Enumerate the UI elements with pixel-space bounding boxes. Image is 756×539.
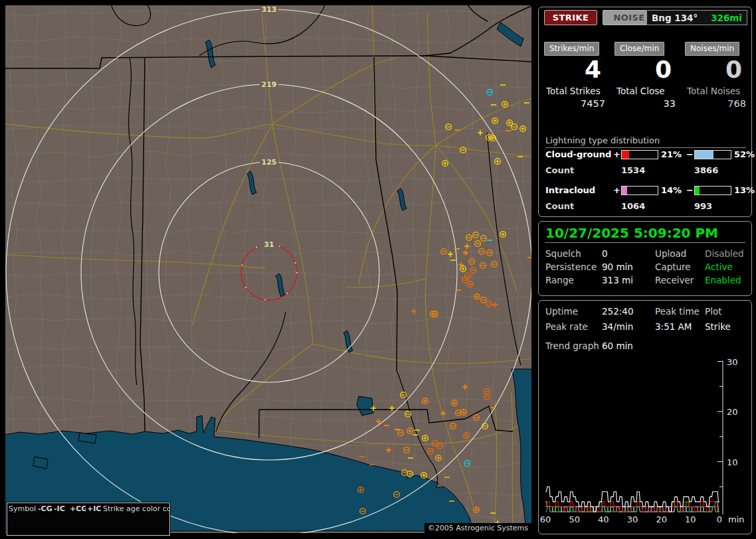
minus-icon	[54, 514, 68, 539]
x-tick-label: 10	[685, 514, 696, 524]
status-label: Receiver	[655, 275, 694, 285]
total-value: 768	[727, 98, 746, 109]
total-label: Total Noises	[687, 86, 740, 96]
positive-pct: 14%	[661, 185, 682, 195]
legend-row-label: Recent	[7, 514, 37, 539]
lightning-map[interactable]: 31125219313 Symbols-CG-IC+CG+ICStrike ag…	[5, 5, 531, 533]
plus-icon	[87, 514, 102, 539]
age-code: 15+	[102, 514, 124, 539]
minus-sign: −	[686, 185, 694, 195]
legend-header: +IC	[86, 504, 102, 514]
status-state: Active	[705, 262, 733, 272]
range-ring-label: 31	[264, 240, 274, 249]
rate-chip[interactable]: Close/min	[614, 42, 664, 56]
legend-header: +CG	[68, 504, 86, 514]
trend-series--ic	[545, 506, 719, 512]
distribution-row: Cloud-ground+21%−52%	[545, 149, 746, 160]
x-tick-label: 60	[540, 514, 551, 524]
circle-plus-icon	[70, 514, 86, 539]
range-ring-label: 219	[262, 80, 277, 89]
total-label: Total Strikes	[546, 86, 601, 96]
x-tick-label: 0	[717, 514, 722, 524]
positive-bar	[621, 186, 658, 195]
bearing-value: Bng 134°	[652, 13, 698, 23]
count-row: Count1064993	[545, 201, 746, 211]
age-code: 45+	[147, 514, 169, 539]
status-value: 0	[602, 248, 608, 259]
legend-header: -IC	[52, 504, 68, 514]
stats-panel: STRIKE NOISE Bng 134° 326mi Strikes/min4…	[538, 7, 752, 217]
map-legend: Symbols-CG-IC+CG+ICStrike age color code…	[7, 502, 170, 536]
y-tick-label: 20	[727, 407, 738, 417]
datetime-display: 10/27/2025 5:09:20 PM	[545, 225, 718, 241]
legend-table: Symbols-CG-IC+CG+ICStrike age color code…	[7, 504, 169, 539]
divider	[545, 242, 745, 243]
negative-bar	[694, 150, 731, 159]
x-tick-label: 50	[569, 514, 580, 524]
status-label: Range	[545, 275, 574, 285]
trend-panel: Uptime 252:40 Peak time Plot Peak rate 3…	[538, 300, 752, 534]
age-code: 30+	[124, 514, 147, 539]
count-row: Count15343866	[545, 165, 746, 175]
mode-toolbar: STRIKE NOISE Bng 134° 326mi	[544, 10, 747, 26]
status-label: Capture	[655, 262, 691, 272]
minus-sign: −	[686, 149, 694, 159]
rate-chip[interactable]: Noises/min	[685, 42, 739, 56]
range-ring-label: 125	[262, 158, 277, 167]
negative-bar	[694, 186, 731, 195]
bearing-range-value: 326mi	[711, 13, 742, 23]
counter-close-min: Close/min0Total Close33	[614, 41, 678, 114]
plus-sign: +	[613, 185, 620, 195]
lightning-distribution: Lightning type distribution Cloud-ground…	[545, 135, 746, 148]
rate-value: 0	[725, 56, 742, 83]
total-value: 33	[664, 98, 676, 109]
total-value: 7457	[581, 98, 605, 109]
rate-value: 0	[655, 56, 672, 83]
positive-pct: 21%	[661, 149, 682, 159]
status-state: Disabled	[705, 248, 744, 259]
status-row: Range313 miReceiverEnabled	[545, 275, 747, 287]
counter-noises-min: Noises/min0Total Noises768	[685, 41, 749, 114]
x-tick-label: 40	[598, 514, 609, 524]
x-tick-label: 30	[627, 514, 638, 524]
distribution-row: Intracloud+14%−13%	[545, 185, 746, 196]
y-tick-label: 30	[727, 357, 738, 367]
rate-chip[interactable]: Strikes/min	[544, 42, 599, 56]
copyright-label: ©2005 Astrogenic Systems	[425, 523, 531, 534]
divider	[545, 147, 746, 148]
strike-mode-button[interactable]: STRIKE	[544, 10, 597, 25]
type-name: Intracloud	[545, 185, 595, 195]
negative-pct: 52%	[734, 149, 755, 159]
status-row: Persistence90 minCaptureActive	[545, 262, 747, 274]
trend-chart: 1020306050403020100min	[539, 301, 753, 535]
positive-bar	[621, 150, 658, 159]
x-axis-unit: min	[728, 514, 745, 524]
legend-header: Symbols	[7, 504, 37, 514]
positive-count: 1064	[621, 201, 645, 211]
counter-strikes-min: Strikes/min4Total Strikes7457	[544, 41, 608, 114]
negative-pct: 13%	[734, 185, 755, 195]
count-label: Count	[545, 165, 574, 175]
y-tick-label: 10	[727, 457, 738, 467]
status-panel: 10/27/2025 5:09:20 PM Squelch0UploadDisa…	[538, 221, 752, 296]
status-value: 313 mi	[602, 275, 633, 285]
type-name: Cloud-ground	[545, 149, 611, 159]
distribution-title: Lightning type distribution	[545, 135, 746, 145]
status-value: 90 min	[602, 262, 633, 272]
total-label: Total Close	[616, 86, 665, 96]
status-label: Persistence	[545, 262, 597, 272]
negative-count: 993	[694, 201, 712, 211]
circle-minus-icon	[38, 514, 52, 539]
bearing-display: Bng 134° 326mi	[646, 10, 747, 25]
positive-count: 1534	[621, 165, 645, 175]
status-row: Squelch0UploadDisabled	[545, 248, 747, 261]
plus-sign: +	[613, 149, 620, 159]
status-state: Enabled	[705, 275, 741, 285]
status-label: Upload	[655, 248, 686, 259]
status-label: Squelch	[545, 248, 581, 259]
negative-count: 3866	[694, 165, 718, 175]
legend-age-title: Strike age color codes	[102, 504, 169, 514]
rate-value: 4	[585, 56, 601, 83]
map-canvas[interactable]: 31125219313	[5, 5, 531, 533]
legend-header: -CG	[37, 504, 52, 514]
